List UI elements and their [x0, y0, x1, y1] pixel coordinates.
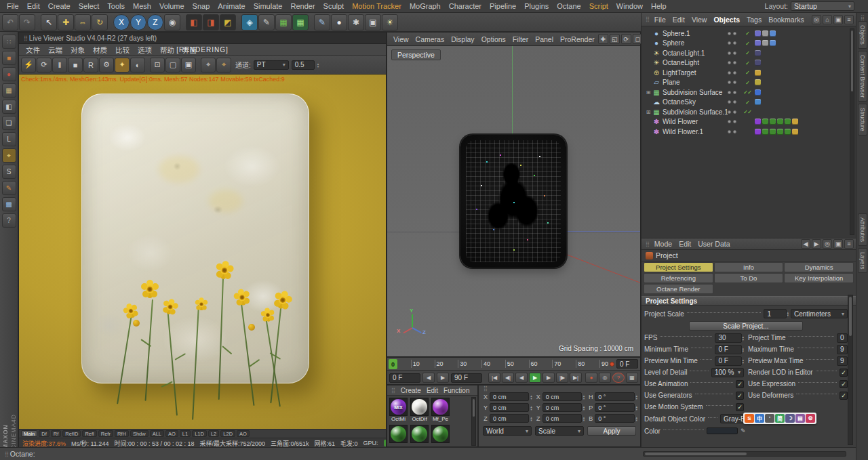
visibility-toggles[interactable]: [728, 61, 740, 64]
stop-render-icon[interactable]: ■: [68, 58, 83, 72]
menubar-item[interactable]: File: [3, 2, 23, 10]
light-icon[interactable]: ☀: [382, 14, 398, 30]
simplified-icon[interactable]: 简: [775, 414, 785, 423]
object-name[interactable]: Subdivision Surface: [663, 89, 728, 96]
scale-project-button[interactable]: Scale Project...: [689, 321, 803, 331]
next-key-button[interactable]: |▶: [556, 373, 568, 383]
edges-mode-icon[interactable]: ❏: [2, 116, 16, 130]
viewport-menu-item[interactable]: ProRender: [557, 35, 598, 43]
viewport-menu-item[interactable]: Display: [448, 35, 477, 43]
separator[interactable]: [197, 58, 200, 72]
panel-menu-icon[interactable]: ≡: [844, 15, 854, 24]
menubar-item[interactable]: MoGraph: [406, 2, 445, 10]
visibility-toggles[interactable]: [728, 110, 740, 114]
viewport-menu-item[interactable]: Panel: [532, 35, 557, 43]
live-viewer-menu-item[interactable]: 文件: [22, 45, 44, 55]
fps-input[interactable]: 30: [715, 333, 742, 343]
tab-dynamics[interactable]: Dynamics: [784, 262, 854, 272]
live-selection-icon[interactable]: ↖: [41, 14, 57, 30]
rotation-stepper[interactable]: ▴▾: [636, 405, 638, 411]
enable-check[interactable]: ✓: [740, 60, 755, 66]
aov-tab[interactable]: L1D: [192, 430, 207, 437]
menubar-item[interactable]: Edit: [23, 2, 44, 10]
live-viewer-titlebar[interactable]: ⣿ Live Viewer Studio V4.04-R2 (27 days l…: [19, 33, 386, 44]
material-menu-item[interactable]: Edit: [424, 387, 441, 394]
object-row[interactable]: ☁ OctaneSky ✓: [642, 98, 856, 108]
menubar-item[interactable]: Simulate: [250, 2, 287, 10]
search-icon[interactable]: ◎: [812, 15, 821, 24]
object-row[interactable]: ✽ Wild Flower.1: [642, 127, 856, 137]
object-name[interactable]: Subdivision Surface.1: [663, 108, 728, 116]
visibility-toggles[interactable]: [728, 41, 740, 45]
enable-check[interactable]: ✓: [740, 40, 755, 47]
object-manager-menu-item[interactable]: Tags: [743, 16, 765, 24]
model-mode-icon[interactable]: ■: [2, 51, 16, 65]
back-icon[interactable]: ◀: [801, 239, 810, 249]
octane-liveviewer-icon[interactable]: ◈: [241, 14, 258, 30]
attribute-menu-item[interactable]: Mode: [651, 240, 675, 248]
object-manager-menu-item[interactable]: File: [651, 16, 669, 24]
texture-view-icon[interactable]: ▩: [2, 197, 16, 211]
aov-tab[interactable]: AO: [165, 430, 178, 437]
punctuation-icon[interactable]: ': [765, 414, 774, 423]
viewport-menu-item[interactable]: View: [390, 35, 412, 43]
horizontal-scrollbar[interactable]: [643, 451, 846, 457]
color-swatch[interactable]: [707, 427, 738, 434]
y-axis-lock-icon[interactable]: Y: [130, 14, 146, 30]
attributes-scrollbar[interactable]: [848, 295, 853, 445]
pick-focus-icon[interactable]: ⊡: [150, 58, 165, 72]
use-motion-system-checkbox[interactable]: ✓: [736, 403, 744, 411]
project-scale-unit-dropdown[interactable]: Centimeters▾: [791, 309, 848, 318]
lang-chinese-icon[interactable]: 中: [755, 414, 764, 423]
size-stepper[interactable]: ▴▾: [583, 394, 585, 400]
mograph-icon[interactable]: ✱: [348, 14, 364, 30]
separator[interactable]: [181, 14, 185, 30]
tab-project-settings[interactable]: Project Settings: [644, 262, 713, 272]
tab-octane-render[interactable]: Octane Render: [644, 284, 713, 294]
live-viewer-menu-item[interactable]: 对象: [66, 45, 89, 55]
object-name[interactable]: OctaneLight.1: [663, 49, 728, 57]
camera-icon[interactable]: ▣: [365, 14, 381, 30]
rotation-stepper[interactable]: ▴▾: [636, 416, 638, 421]
position-stepper[interactable]: ▴▾: [530, 405, 532, 411]
tab-info[interactable]: Info: [714, 262, 784, 272]
rotate-tool-icon[interactable]: ↻: [92, 14, 108, 30]
menubar-item[interactable]: Plugins: [520, 2, 553, 10]
aov-tab[interactable]: L2: [208, 430, 219, 437]
octane-power-icon[interactable]: ⚡: [21, 58, 36, 72]
viewport-menu-item[interactable]: Options: [478, 35, 509, 43]
step-back-button[interactable]: ◀: [422, 373, 435, 383]
separator[interactable]: [146, 58, 149, 72]
render-to-picture-icon[interactable]: ◨: [203, 14, 219, 30]
menubar-item[interactable]: Octane: [553, 2, 585, 10]
uv-mode-icon[interactable]: ▦: [2, 83, 16, 98]
rotation-input[interactable]: 0 °: [595, 403, 634, 412]
dock-tab[interactable]: Layers: [858, 248, 867, 274]
dock-tab[interactable]: Structure: [858, 104, 867, 135]
camera-sync-icon[interactable]: ◐: [130, 58, 145, 72]
record-keyframe-button[interactable]: ●: [585, 373, 597, 383]
object-tags[interactable]: [755, 40, 776, 46]
object-tags[interactable]: [755, 129, 798, 135]
menubar-item[interactable]: Script: [585, 2, 612, 10]
use-animation-checkbox[interactable]: ✓: [736, 380, 744, 388]
lock-icon[interactable]: ▣: [833, 239, 843, 249]
menubar-item[interactable]: Pipeline: [486, 2, 520, 10]
dock-tab[interactable]: Content Browser: [858, 51, 867, 102]
settings-icon[interactable]: ⚙: [99, 58, 114, 72]
tab-key-interpolation[interactable]: Key Interpolation: [784, 273, 854, 283]
forward-icon[interactable]: ▶: [812, 239, 821, 249]
use-expression-checkbox[interactable]: ✓: [840, 380, 848, 388]
section-header[interactable]: Project Settings: [642, 296, 856, 306]
visibility-toggles[interactable]: [728, 91, 740, 94]
attribute-menu-item[interactable]: Edit: [675, 240, 694, 248]
size-input[interactable]: 0 cm: [542, 414, 582, 423]
sample-rate-input[interactable]: 0.5: [292, 60, 315, 70]
rotation-input[interactable]: 0 °: [595, 414, 634, 423]
end-frame-input[interactable]: 90 F: [451, 373, 482, 383]
maximum-time-input[interactable]: 9: [837, 345, 848, 354]
channel-dropdown[interactable]: PT▾: [254, 60, 289, 70]
enable-check[interactable]: ✓: [740, 49, 755, 56]
object-name[interactable]: Plane: [663, 79, 728, 86]
material-menu-item[interactable]: Function: [441, 387, 472, 394]
